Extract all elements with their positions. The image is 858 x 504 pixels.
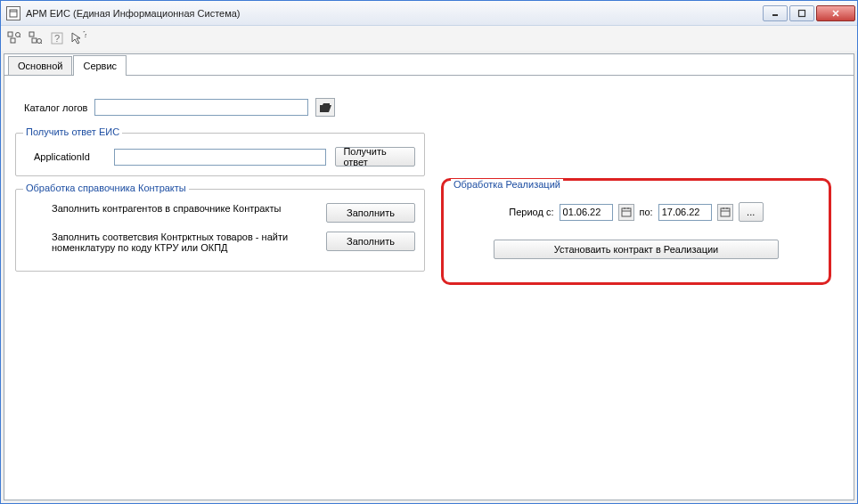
fill-matches-button[interactable]: Заполнить xyxy=(326,232,415,251)
svg-rect-11 xyxy=(32,38,37,43)
client-area: Основной Сервис Каталог логов Получить о… xyxy=(4,53,854,500)
period-to-input[interactable] xyxy=(658,204,712,221)
svg-rect-17 xyxy=(622,208,631,216)
fill-contragents-button[interactable]: Заполнить xyxy=(326,203,415,223)
set-contract-button-label: Установаить контракт в Реализации xyxy=(554,244,719,255)
tab-service-label: Сервис xyxy=(83,61,117,71)
contracts-row1-text: Заполнить контрагентов в справочнике Кон… xyxy=(25,203,292,214)
period-from-input[interactable] xyxy=(560,204,613,221)
eis-legend: Получить ответ ЕИС xyxy=(23,126,122,137)
period-to-label: по: xyxy=(640,207,653,217)
svg-text:?: ? xyxy=(83,31,86,39)
svg-rect-0 xyxy=(10,10,17,17)
tab-service[interactable]: Сервис xyxy=(73,55,127,76)
appid-label: ApplicationId xyxy=(25,151,105,162)
svg-rect-3 xyxy=(799,10,805,16)
realizations-group-highlight: Обработка Реализаций Период с: по: ... xyxy=(441,178,831,285)
period-from-label: Период с: xyxy=(509,207,553,217)
get-response-button-label: Получить ответ xyxy=(343,146,407,167)
contracts-legend: Обработка справочника Контракты xyxy=(23,183,189,193)
period-ellipsis-label: ... xyxy=(747,207,755,217)
tab-main-label: Основной xyxy=(18,61,62,71)
logs-label: Каталог логов xyxy=(24,102,87,113)
maximize-button[interactable] xyxy=(789,5,814,21)
eis-group: Получить ответ ЕИС ApplicationId Получит… xyxy=(15,133,425,176)
titlebar: АРМ ЕИС (Единая Информационная Система) xyxy=(1,1,857,26)
set-contract-button[interactable]: Установаить контракт в Реализации xyxy=(494,240,779,259)
logs-row: Каталог логов xyxy=(24,98,843,117)
svg-line-13 xyxy=(41,43,43,45)
fill-matches-button-label: Заполнить xyxy=(347,236,395,247)
svg-rect-6 xyxy=(8,32,12,37)
contracts-group: Обработка справочника Контракты Заполнит… xyxy=(15,189,425,272)
open-folder-button[interactable] xyxy=(315,98,335,117)
help-icon[interactable]: ? xyxy=(49,30,65,46)
svg-text:?: ? xyxy=(54,33,60,44)
appid-input[interactable] xyxy=(114,149,327,166)
calendar-from-button[interactable] xyxy=(618,204,634,221)
tab-body: Каталог логов Получить ответ ЕИС Applica… xyxy=(4,76,854,500)
window-title: АРМ ЕИС (Единая Информационная Система) xyxy=(26,8,761,19)
contracts-row2-text: Заполнить соответсвия Контрктных товаров… xyxy=(25,232,292,253)
tree-search-icon-1[interactable] xyxy=(6,30,22,46)
app-icon xyxy=(6,6,20,20)
realizations-legend: Обработка Реализаций xyxy=(451,179,563,190)
realizations-group: Обработка Реализаций Период с: по: ... xyxy=(444,181,829,268)
close-button[interactable] xyxy=(816,5,855,21)
svg-line-9 xyxy=(20,37,21,38)
tab-main[interactable]: Основной xyxy=(8,56,72,75)
tabstrip: Основной Сервис xyxy=(4,54,854,76)
svg-rect-10 xyxy=(29,32,34,37)
minimize-button[interactable] xyxy=(763,5,788,21)
svg-rect-7 xyxy=(11,38,15,43)
period-row: Период с: по: ... xyxy=(454,202,818,222)
tree-search-icon-2[interactable] xyxy=(28,30,44,46)
period-ellipsis-button[interactable]: ... xyxy=(739,202,764,222)
fill-contragents-button-label: Заполнить xyxy=(347,207,395,218)
get-response-button[interactable]: Получить ответ xyxy=(335,147,415,167)
cursor-help-icon[interactable]: ? xyxy=(70,30,86,46)
svg-rect-21 xyxy=(721,208,730,216)
calendar-to-button[interactable] xyxy=(717,204,733,221)
app-window: АРМ ЕИС (Единая Информационная Система) … xyxy=(0,0,858,504)
logs-input[interactable] xyxy=(94,99,308,116)
toolbar: ? ? xyxy=(1,26,857,51)
